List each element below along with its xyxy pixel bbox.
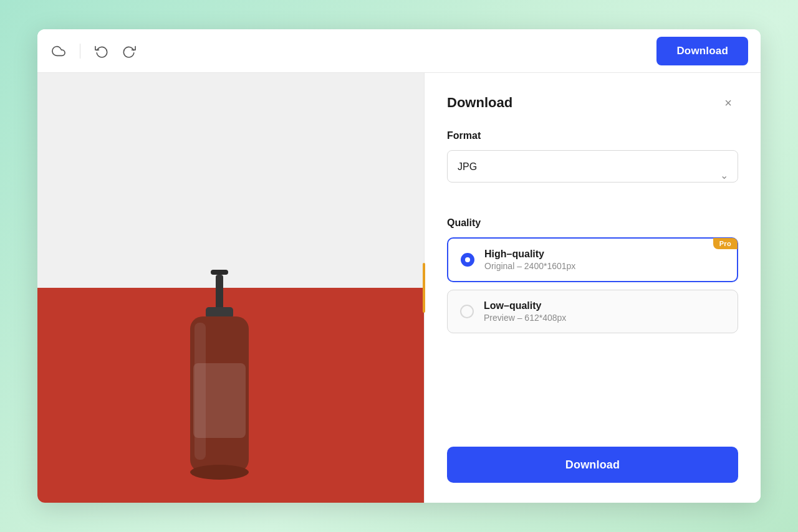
quality-text-high: High–quality Original – 2400*1601px <box>484 249 724 271</box>
quality-desc-low: Preview – 612*408px <box>484 313 725 323</box>
side-accent <box>423 263 425 313</box>
canvas-area <box>37 73 424 503</box>
app-window: Download <box>37 29 761 503</box>
undo-icon[interactable] <box>93 42 110 60</box>
quality-label: Quality <box>447 217 738 229</box>
format-label: Format <box>447 130 738 141</box>
quality-desc-high: Original – 2400*1601px <box>484 261 724 271</box>
download-panel: Download × Format JPG PNG SVG PDF WEBP ⌄… <box>424 73 761 503</box>
toolbar-left <box>50 42 138 60</box>
svg-rect-0 <box>211 270 228 275</box>
close-button[interactable]: × <box>718 93 738 113</box>
product-image <box>150 264 299 503</box>
quality-name-high: High–quality <box>484 249 724 260</box>
toolbar-divider <box>80 44 80 59</box>
panel-header: Download × <box>447 93 738 113</box>
quality-option-high[interactable]: High–quality Original – 2400*1601px Pro <box>447 237 738 282</box>
svg-point-6 <box>190 465 249 480</box>
redo-icon[interactable] <box>120 42 138 60</box>
format-select-wrapper: JPG PNG SVG PDF WEBP ⌄ <box>447 150 738 200</box>
radio-low <box>460 305 474 318</box>
cloud-icon[interactable] <box>50 42 67 60</box>
pro-badge: Pro <box>713 238 738 249</box>
quality-name-low: Low–quality <box>484 300 725 311</box>
download-button-header[interactable]: Download <box>656 37 748 65</box>
svg-rect-1 <box>216 275 223 312</box>
panel-title: Download <box>447 95 512 111</box>
quality-text-low: Low–quality Preview – 612*408px <box>484 300 725 323</box>
radio-high <box>461 253 474 267</box>
quality-option-low[interactable]: Low–quality Preview – 612*408px <box>447 290 738 333</box>
canvas-bg-top <box>37 73 424 288</box>
format-select[interactable]: JPG PNG SVG PDF WEBP <box>447 150 738 183</box>
toolbar: Download <box>37 29 761 73</box>
svg-rect-5 <box>193 363 246 438</box>
quality-options: High–quality Original – 2400*1601px Pro … <box>447 237 738 333</box>
download-button-main[interactable]: Download <box>447 447 738 483</box>
main-area: Download × Format JPG PNG SVG PDF WEBP ⌄… <box>37 73 761 503</box>
